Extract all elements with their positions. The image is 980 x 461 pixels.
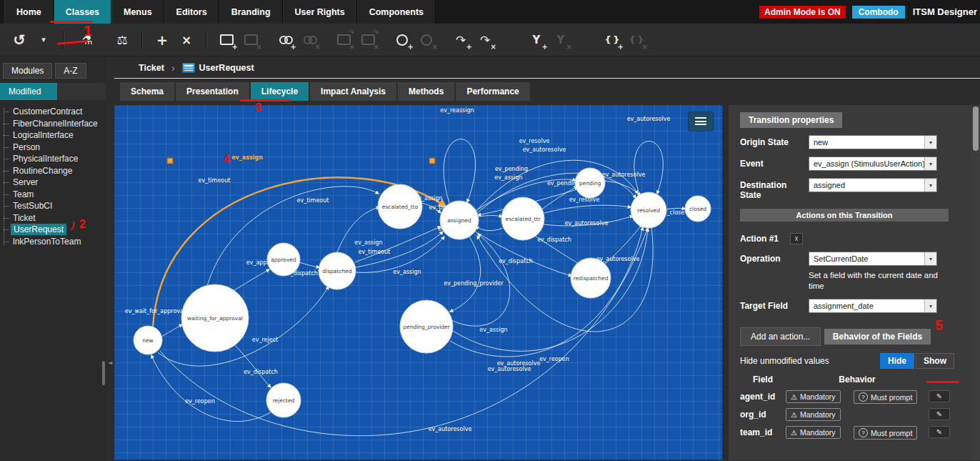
delete-element-icon[interactable]: × xyxy=(178,29,195,51)
origin-state-select[interactable]: new ▾ xyxy=(809,135,937,149)
transition-ev_pending_provider-25[interactable] xyxy=(450,237,481,312)
add-method-icon[interactable]: { }+ xyxy=(604,29,621,51)
state-new[interactable]: new xyxy=(134,326,162,355)
tree-item-physicalinterface[interactable]: PhysicalInterface xyxy=(0,153,106,165)
state-rejected[interactable]: rejected xyxy=(266,383,301,417)
remove-state-icon: × xyxy=(418,29,435,51)
operation-select[interactable]: SetCurrentDate ▾ xyxy=(809,252,937,266)
nav-user-rights[interactable]: User Rights xyxy=(283,0,357,24)
state-pending[interactable]: pending xyxy=(575,168,605,198)
state-closed[interactable]: closed xyxy=(685,196,711,222)
selection-handle-1[interactable] xyxy=(429,158,435,164)
topnav-right: Admin Mode is ON Combodo ITSM Designer xyxy=(759,0,977,24)
tree-item-team[interactable]: Team xyxy=(0,189,106,201)
transition-ev_reassign-0[interactable] xyxy=(444,139,475,203)
hide-button[interactable]: Hide xyxy=(880,353,914,369)
transition-ev_reassign-15[interactable] xyxy=(476,227,503,231)
undo-dropdown-caret[interactable]: ▾ xyxy=(35,29,52,51)
state-resolved[interactable]: resolved xyxy=(631,192,666,228)
tree-item-ticket[interactable]: Ticket xyxy=(0,212,106,224)
transition-ev_reject-28[interactable] xyxy=(232,342,271,387)
state-dispatched[interactable]: dispatched xyxy=(319,252,356,289)
transition-ev_resolve-13[interactable] xyxy=(544,205,631,213)
test-model-icon[interactable]: ⚗ xyxy=(79,29,96,51)
state-escalated_tto[interactable]: escalated_tto xyxy=(378,184,422,229)
edit-field-button[interactable]: ✎ xyxy=(929,426,950,438)
remove-transition-icon[interactable]: ↷× xyxy=(476,29,494,51)
sidebar-tab-modules[interactable]: Modules xyxy=(3,63,52,79)
tree-item-person[interactable]: Person xyxy=(0,142,106,154)
edit-field-button[interactable]: ✎ xyxy=(929,408,950,420)
plus-badge: + xyxy=(291,43,296,51)
scrollbar-thumb[interactable] xyxy=(973,106,979,151)
transition-ev_dispatch-21[interactable] xyxy=(299,262,319,267)
transition-ev_wait_for_approval-26[interactable] xyxy=(161,324,182,337)
tab-presentation[interactable]: Presentation xyxy=(176,82,249,101)
sidebar-scrollbar[interactable] xyxy=(102,361,105,385)
diagram-menu-button[interactable] xyxy=(689,112,713,131)
field-column-header: Field xyxy=(740,375,786,385)
undo-button[interactable]: ↺ xyxy=(11,29,28,51)
sidebar-tab-modified[interactable]: Modified xyxy=(0,83,57,100)
tree-item-lnkpersontoteam[interactable]: lnkPersonToTeam xyxy=(0,236,106,248)
show-button[interactable]: Show xyxy=(916,353,954,369)
selection-handle-0[interactable] xyxy=(167,158,173,164)
breadcrumb-userrequest[interactable]: UserRequest xyxy=(199,63,254,73)
target-field-select[interactable]: assignment_date ▾ xyxy=(809,299,937,313)
breadcrumb: Ticket › UserRequest xyxy=(114,57,980,79)
destination-state-select[interactable]: assigned ▾ xyxy=(809,178,937,192)
transition-ev_autoresolve-30[interactable] xyxy=(450,227,643,357)
vertical-scrollbar[interactable] xyxy=(971,105,980,460)
lifecycle-canvas[interactable]: ev_reassignev_autoresolveev_resolveev_au… xyxy=(114,105,723,460)
nav-home[interactable]: Home xyxy=(4,0,54,24)
chevron-right-icon: › xyxy=(171,62,175,74)
sidebar-collapse-strip[interactable]: ◄ xyxy=(106,57,114,461)
tree-item-userrequest[interactable]: UserRequest xyxy=(0,224,106,236)
state-label-dispatched: dispatched xyxy=(322,268,352,274)
state-escalated_ttr[interactable]: escalated_ttr xyxy=(501,197,544,240)
add-link-class-icon[interactable]: + xyxy=(276,29,294,51)
tab-impact-analysis[interactable]: Impact Analysis xyxy=(310,82,396,101)
add-action-button[interactable]: Add an action... xyxy=(740,327,821,346)
compare-model-icon[interactable]: ⚖ xyxy=(114,29,131,51)
tree-item-testsubci[interactable]: TestSubCI xyxy=(0,200,106,212)
transition-label-ev_dispatch-31: ev_dispatch xyxy=(244,369,278,375)
tree-item-logicalinterface[interactable]: LogicalInterface xyxy=(0,129,106,142)
add-transition-icon[interactable]: ↷+ xyxy=(452,29,469,51)
tree-item-routinechange[interactable]: RoutineChange xyxy=(0,165,106,177)
state-approved[interactable]: approved xyxy=(267,243,300,276)
tab-lifecycle[interactable]: Lifecycle xyxy=(251,82,309,101)
sidebar-tab-az[interactable]: A-Z xyxy=(55,63,86,79)
operation-label: Operation xyxy=(740,252,809,264)
transition-ev_timeout-12[interactable] xyxy=(479,216,502,217)
sidebar-filter-row: Modified xyxy=(0,83,106,100)
nav-branding[interactable]: Branding xyxy=(219,0,283,24)
plus-badge: + xyxy=(542,43,548,51)
state-assigned[interactable]: assigned xyxy=(440,201,479,239)
transition-ev_autoresolve-9[interactable] xyxy=(604,181,641,196)
tab-performance[interactable]: Performance xyxy=(456,82,529,101)
transition-ev_approve-18[interactable] xyxy=(231,269,269,292)
add-state-icon[interactable]: + xyxy=(394,29,411,51)
tree-item-fiberchannelinterface[interactable]: FiberChannelInterface xyxy=(0,118,106,130)
lifecycle-diagram[interactable]: ev_reassignev_autoresolveev_resolveev_au… xyxy=(114,105,723,460)
add-filter-icon[interactable]: Y+ xyxy=(528,29,545,51)
add-element-icon[interactable]: + xyxy=(154,29,171,51)
breadcrumb-ticket[interactable]: Ticket xyxy=(139,63,164,73)
event-select[interactable]: ev_assign (StimulusUserAction) ▾ xyxy=(809,157,937,171)
tab-methods[interactable]: Methods xyxy=(398,82,454,101)
nav-menus[interactable]: Menus xyxy=(111,0,164,24)
state-redispatched[interactable]: redispatched xyxy=(571,258,611,298)
nav-components[interactable]: Components xyxy=(357,0,436,24)
state-waiting_for_approval[interactable]: waiting_for_approval xyxy=(181,284,249,352)
tree-item-server[interactable]: Server xyxy=(0,177,106,189)
transition-ev_autoresolve-1[interactable] xyxy=(634,142,664,194)
edit-field-button[interactable]: ✎ xyxy=(929,390,950,402)
nav-classes[interactable]: Classes xyxy=(54,0,111,24)
tree-item-customercontract[interactable]: CustomerContract xyxy=(0,106,106,118)
state-pending_provider[interactable]: pending_provider xyxy=(400,300,453,353)
nav-editors[interactable]: Editors xyxy=(164,0,219,24)
add-class-icon[interactable]: + xyxy=(218,29,235,51)
tab-schema[interactable]: Schema xyxy=(120,82,174,101)
remove-action-button[interactable]: x xyxy=(790,233,803,244)
